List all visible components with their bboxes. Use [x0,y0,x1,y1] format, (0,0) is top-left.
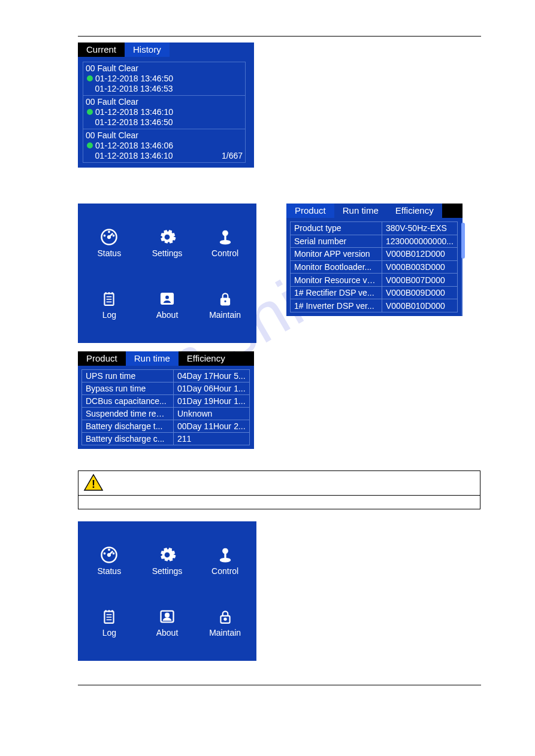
svg-point-30 [220,558,230,563]
menu-control[interactable]: Control [201,545,249,576]
menu-maintain[interactable]: Maintain [201,606,249,637]
cell-val: V000B010D000 [382,299,458,312]
cell-key: Battery discharge t... [82,420,174,433]
svg-point-26 [113,553,115,555]
menu-label: Status [97,248,121,258]
notepad-icon [99,606,119,627]
status-dot-icon [87,75,93,81]
gear-icon [157,545,177,565]
menu-maintain[interactable]: Maintain [201,289,249,320]
tab-product[interactable]: Product [286,204,334,218]
svg-point-25 [104,553,106,555]
pager: 1/667 [222,151,243,161]
menu-status[interactable]: Status [85,227,133,258]
main-menu: Status Settings Control [78,204,256,343]
cell-val: 01Day 19Hour 1... [174,395,250,408]
fault-time-end: 01-12-2018 13:46:53 [95,84,173,93]
svg-point-41 [223,618,226,620]
tab-product[interactable]: Product [78,351,126,366]
table-row: 1# Rectifier DSP ve...V000B009D000 [291,286,458,299]
svg-line-2 [109,233,113,237]
fault-time-start: 01-12-2018 13:46:50 [95,74,173,83]
fault-code: 00 [86,63,95,73]
cell-val: 1230000000000... [382,235,458,248]
joystick-icon [215,227,235,247]
menu-settings[interactable]: Settings [143,227,191,258]
cell-key: Battery discharge c... [82,433,174,445]
tab-runtime[interactable]: Run time [334,204,387,218]
svg-point-3 [104,235,106,237]
table-row: UPS run time04Day 17Hour 5... [82,370,250,382]
menu-log[interactable]: Log [85,289,133,320]
table-row: Product type380V-50Hz-EXS [291,222,458,235]
menu-label: Log [102,310,116,320]
svg-point-8 [220,241,230,245]
table-row: Monitor Bootloader...V000B003D000 [291,260,458,274]
cell-key: Monitor Resource ve... [291,274,382,287]
svg-point-19 [223,300,226,302]
status-dot-icon [87,142,93,148]
svg-text:!: ! [92,478,95,490]
list-item[interactable]: 00 Fault Clear 01-12-2018 13:46:06 01-12… [83,129,245,162]
tab-runtime[interactable]: Run time [126,351,179,366]
cell-val: V000B012D000 [382,248,458,261]
scrollbar[interactable] [461,223,463,316]
main-menu: Status Settings Control Log [78,521,256,661]
menu-about[interactable]: About [143,289,191,320]
table-row: Battery discharge c...211 [82,433,250,445]
svg-point-39 [165,613,169,617]
status-dot-icon [87,109,93,115]
menu-label: Settings [152,248,183,258]
menu-about[interactable]: About [143,606,191,637]
table-row: Suspended time rem...Unknown [82,408,250,420]
gauge-icon [99,227,119,247]
cell-key: DCBus capacitance... [82,395,174,408]
menu-label: Maintain [209,628,241,637]
tab-efficiency[interactable]: Efficiency [387,204,442,218]
cell-key: Monitor APP version [291,248,382,261]
svg-line-24 [109,551,113,555]
tab-efficiency[interactable]: Efficiency [179,351,234,366]
product-table: Product type380V-50Hz-EXS Serial number1… [290,221,458,312]
list-item[interactable]: 00 Fault Clear 01-12-2018 13:46:50 01-12… [83,62,245,95]
lock-icon [215,606,235,627]
fault-time-start: 01-12-2018 13:46:10 [95,107,173,117]
menu-label: Log [102,628,116,637]
tab-history[interactable]: History [125,42,170,57]
gauge-icon [99,545,119,565]
history-panel: Current History 00 Fault Clear 01-12-201… [78,42,254,168]
rule-top [78,36,481,37]
warning-triangle-icon: ! [83,473,104,491]
menu-label: Control [211,566,238,576]
fault-title: Fault Clear [97,63,138,73]
cell-val: 211 [174,433,250,445]
runtime-table: UPS run time04Day 17Hour 5... Bypass run… [81,369,250,445]
joystick-icon [215,545,235,565]
gear-icon [157,227,177,247]
menu-label: Maintain [209,310,241,320]
menu-label: Control [211,248,238,258]
fault-time-end: 01-12-2018 13:46:50 [95,117,173,127]
menu-label: Settings [152,566,183,576]
fault-title: Fault Clear [97,97,138,107]
list-item[interactable]: 00 Fault Clear 01-12-2018 13:46:10 01-12… [83,95,245,129]
product-panel: Product Run time Efficiency Product type… [286,204,463,316]
svg-rect-7 [225,235,226,241]
cell-val: V000B007D000 [382,274,458,287]
menu-label: About [156,628,179,637]
svg-point-17 [165,295,169,299]
cell-key: 1# Inverter DSP ver... [291,299,382,312]
cell-key: Serial number [291,235,382,248]
menu-control[interactable]: Control [201,227,249,258]
menu-status[interactable]: Status [85,545,133,576]
fault-title: Fault Clear [97,130,138,140]
rule-bottom [78,685,481,685]
lock-icon [215,289,235,309]
cell-val: Unknown [174,408,250,420]
cell-val: 01Day 06Hour 1... [174,382,250,395]
menu-log[interactable]: Log [85,606,133,637]
tab-current[interactable]: Current [78,42,125,57]
menu-label: About [156,310,179,320]
menu-settings[interactable]: Settings [143,545,191,576]
table-row: Monitor Resource ve...V000B007D000 [291,274,458,287]
